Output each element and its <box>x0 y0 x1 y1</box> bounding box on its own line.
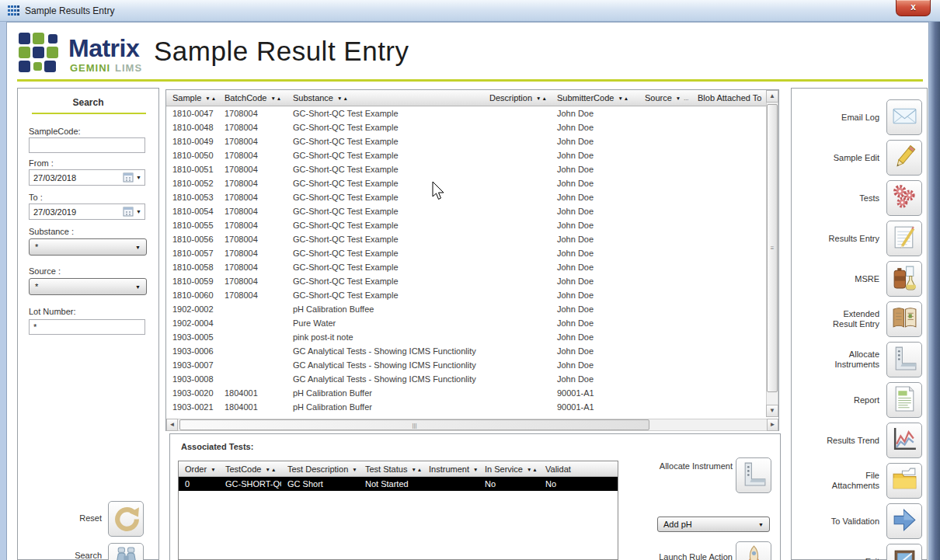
cell-batch: 1708004 <box>218 176 287 190</box>
window-frame-right <box>929 22 940 560</box>
table-row[interactable]: 1810-00571708004GC-Short-QC Test Example… <box>166 246 766 260</box>
reset-button[interactable] <box>108 501 144 537</box>
sort-icons[interactable]: ▼ … <box>676 93 690 106</box>
column-header-description[interactable]: Description▼▲ <box>483 90 551 106</box>
column-header-submittercode[interactable]: SubmitterCode▼▲ <box>551 90 639 106</box>
sort-icons[interactable]: ▼▲ <box>337 93 349 106</box>
source-dropdown[interactable]: *▼ <box>29 278 147 295</box>
dropdown-arrow-icon[interactable]: ▼ <box>136 209 141 214</box>
table-row[interactable]: 0GC-SHORT-QCGC ShortNot StartedNoNo <box>179 477 618 491</box>
to-date-input[interactable]: 27/03/2019 ▼ <box>29 203 145 220</box>
column-header-validat[interactable]: Validat <box>539 461 617 476</box>
dropdown-arrow-icon[interactable]: ▼ <box>136 175 141 180</box>
sort-icons[interactable]: ▼ … <box>211 464 219 476</box>
table-row[interactable]: 1810-00541708004GC-Short-QC Test Example… <box>166 204 766 218</box>
extended-result-entry-button[interactable] <box>886 301 922 337</box>
table-row[interactable]: 1903-0007GC Analytical Tests - Showing I… <box>166 358 766 372</box>
binoculars-icon <box>112 545 141 560</box>
table-row[interactable]: 1810-00481708004GC-Short-QC Test Example… <box>166 120 766 134</box>
launch-rule-action-button[interactable] <box>736 541 771 560</box>
cell-blob <box>691 134 766 148</box>
column-header-test-status[interactable]: Test Status▼▲ <box>359 461 423 476</box>
column-header-in-service[interactable]: In Service▼▲ <box>479 461 539 476</box>
sort-icons[interactable]: ▼▲ <box>265 464 277 476</box>
to-validation-button[interactable] <box>886 503 922 539</box>
results-trend-button[interactable] <box>886 423 922 458</box>
cell-submitter: John Doe <box>551 120 639 134</box>
table-row[interactable]: 1810-00521708004GC-Short-QC Test Example… <box>166 176 766 190</box>
table-row[interactable]: 1810-00531708004GC-Short-QC Test Example… <box>166 190 766 204</box>
cell-submitter: John Doe <box>551 106 639 120</box>
report-button[interactable] <box>886 382 922 418</box>
sort-icons[interactable]: ▼▲ <box>527 464 538 476</box>
sort-icons[interactable]: ▼▲ <box>205 93 217 106</box>
cell-source <box>639 232 691 246</box>
table-row[interactable]: 1810-00551708004GC-Short-QC Test Example… <box>166 218 766 232</box>
scroll-down-arrow[interactable]: ▼ <box>766 405 778 417</box>
email-log-button[interactable] <box>886 99 922 135</box>
table-row[interactable]: 1810-00491708004GC-Short-QC Test Example… <box>166 134 766 148</box>
column-header-batchcode[interactable]: BatchCode▼▲ <box>218 90 287 106</box>
table-row[interactable]: 1903-0006GC Analytical Tests - Showing I… <box>166 344 766 358</box>
results-entry-button[interactable] <box>886 221 922 256</box>
column-header-instrument[interactable]: Instrument▼▲ <box>423 461 479 476</box>
calendar-icon[interactable] <box>123 206 134 218</box>
table-row[interactable]: 1902-0002pH Calibration BuffeeJohn Doe <box>166 302 766 316</box>
column-header-substance[interactable]: Substance▼▲ <box>287 90 483 106</box>
tests-button[interactable] <box>886 180 922 216</box>
hscroll-thumb[interactable]: ||| <box>179 419 649 430</box>
column-header-blob-attached-to[interactable]: Blob Attached To <box>691 90 766 106</box>
cell-sample: 1810-0057 <box>166 246 218 260</box>
table-row[interactable]: 1810-00601708004GC-Short-QC Test Example… <box>166 288 766 302</box>
allocate-instruments-button[interactable] <box>886 342 922 377</box>
from-date-input[interactable]: 27/03/2018 ▼ <box>29 169 145 186</box>
cell-submitter: John Doe <box>551 316 639 330</box>
cell-submitter: John Doe <box>551 190 639 204</box>
lot-number-input[interactable] <box>29 319 145 335</box>
table-row[interactable]: 1903-0005pink post-it noteJohn Doe <box>166 330 766 344</box>
sample-edit-button[interactable] <box>886 140 922 176</box>
scroll-left-arrow[interactable]: ◄ <box>166 419 178 431</box>
cell-substance: pH Calibration Buffer <box>287 400 483 414</box>
table-row[interactable]: 1903-00201804001pH Calibration Buffer900… <box>166 386 766 400</box>
add-test-dropdown[interactable]: Add pH▼ <box>657 517 770 532</box>
sort-icons[interactable]: ▼▲ <box>618 93 629 106</box>
file-attachments-button[interactable] <box>886 463 922 499</box>
page-title: Sample Result Entry <box>154 36 409 67</box>
search-button[interactable] <box>108 543 144 560</box>
sort-icons[interactable]: ▼▲ <box>473 464 479 476</box>
chevron-down-icon: ▼ <box>758 522 764 527</box>
column-header-source[interactable]: Source▼ … <box>639 90 691 106</box>
column-header-sample[interactable]: Sample▼▲ <box>166 90 218 106</box>
right-panel-row: Results Entry <box>798 221 922 256</box>
close-button[interactable]: x <box>896 0 931 16</box>
allocate-instrument-button[interactable] <box>736 457 771 493</box>
msre-button[interactable] <box>886 261 922 297</box>
substance-dropdown[interactable]: *▼ <box>29 238 147 256</box>
cell-blob <box>691 316 766 330</box>
column-header-test-description[interactable]: Test Description▼▲ <box>281 461 359 476</box>
column-header-testcode[interactable]: TestCode▼▲ <box>219 461 281 476</box>
table-row[interactable]: 1903-0008GC Analytical Tests - Showing I… <box>166 372 766 386</box>
table-row[interactable]: 1810-00581708004GC-Short-QC Test Example… <box>166 260 766 274</box>
table-row[interactable]: 1810-00471708004GC-Short-QC Test Example… <box>166 106 766 120</box>
scroll-right-arrow[interactable]: ► <box>767 419 778 431</box>
vscroll-thumb[interactable]: ≡ <box>767 104 778 392</box>
calendar-icon[interactable] <box>123 172 134 184</box>
sort-icons[interactable]: ▼▲ <box>352 464 359 476</box>
column-header-order[interactable]: Order▼ … <box>179 461 219 476</box>
table-row[interactable]: 1810-00501708004GC-Short-QC Test Example… <box>166 148 766 162</box>
header-divider <box>17 79 923 82</box>
table-row[interactable]: 1810-00561708004GC-Short-QC Test Example… <box>166 232 766 246</box>
table-row[interactable]: 1902-0004Pure WaterJohn Doe <box>166 316 766 330</box>
scroll-up-arrow[interactable]: ▲ <box>766 90 778 103</box>
sort-icons[interactable]: ▼▲ <box>270 93 282 106</box>
exit-button[interactable] <box>886 544 922 560</box>
table-row[interactable]: 1810-00511708004GC-Short-QC Test Example… <box>166 162 766 176</box>
table-row[interactable]: 1903-00211804001pH Calibration Buffer900… <box>166 400 766 414</box>
table-row[interactable]: 1810-00591708004GC-Short-QC Test Example… <box>166 274 766 288</box>
sort-icons[interactable]: ▼▲ <box>411 464 423 476</box>
cell-batch: 1708004 <box>218 120 287 134</box>
samplecode-input[interactable] <box>29 137 145 153</box>
sort-icons[interactable]: ▼▲ <box>536 93 548 106</box>
